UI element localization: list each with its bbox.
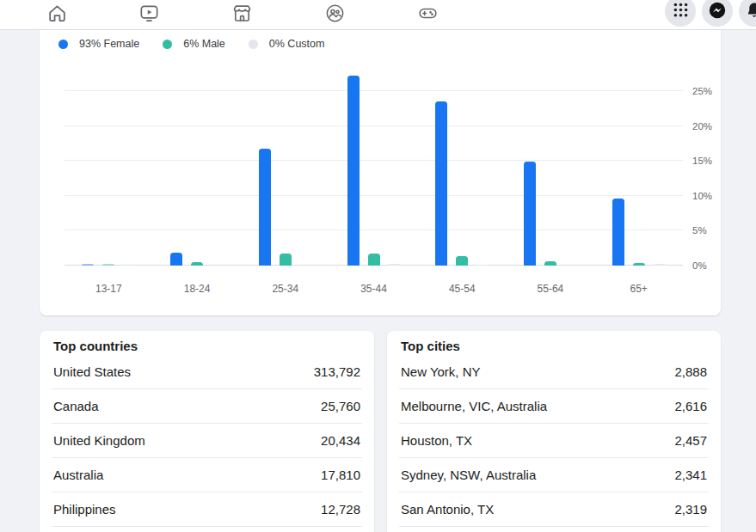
messenger-icon	[708, 1, 727, 22]
row-label: Australia	[53, 468, 103, 482]
table-row: Australia17,810	[52, 458, 362, 492]
x-tick-45-54: 45-54	[418, 283, 507, 295]
table-row: San Antonio, TX2,319	[399, 492, 709, 527]
row-label: Philippines	[53, 502, 116, 517]
top-countries-title: Top countries	[52, 338, 362, 355]
top-cities-title: Top cities	[399, 338, 709, 355]
x-tick-25-34: 25-34	[241, 283, 329, 295]
row-label: Canada	[53, 399, 99, 413]
chart-legend: 93% Female6% Male0% Custom	[58, 38, 324, 50]
bar-group-55-64	[507, 66, 595, 266]
apps-menu-button[interactable]	[665, 0, 696, 27]
top-cities-list: New York, NY2,888Melbourne, VIC, Austral…	[399, 355, 709, 527]
bar-male-45-54	[456, 256, 468, 266]
messenger-button[interactable]	[702, 0, 733, 27]
bar-male-13-17	[102, 264, 114, 266]
row-value: 313,792	[314, 364, 360, 379]
bar-female-55-64	[524, 162, 536, 266]
bell-icon	[745, 1, 756, 22]
table-row: United States313,792	[52, 355, 362, 389]
y-tick-15pct: 15%	[692, 155, 712, 167]
y-tick-0pct: 0%	[692, 260, 707, 272]
legend-label: 93% Female	[79, 38, 139, 50]
row-value: 2,341	[674, 468, 707, 482]
bar-group-13-17	[65, 66, 153, 266]
marketplace-icon	[231, 3, 253, 27]
bar-male-65+	[633, 263, 645, 266]
x-tick-35-44: 35-44	[329, 283, 418, 295]
legend-item-female: 93% Female	[58, 38, 139, 50]
row-label: Melbourne, VIC, Australia	[401, 399, 547, 413]
home-icon	[46, 3, 68, 27]
x-tick-18-24: 18-24	[153, 283, 242, 295]
bar-group-25-34	[241, 66, 329, 266]
bar-female-13-17	[82, 264, 94, 266]
watch-icon	[138, 3, 160, 27]
bar-female-18-24	[170, 253, 182, 266]
row-value: 12,728	[321, 502, 360, 517]
row-value: 25,760	[321, 399, 360, 413]
bar-female-45-54	[435, 101, 447, 266]
table-row: Canada25,760	[52, 389, 362, 424]
x-tick-65+: 65+	[594, 283, 683, 295]
age-gender-bar-chart	[65, 66, 683, 266]
y-tick-20pct: 20%	[692, 120, 712, 132]
bar-female-65+	[612, 199, 624, 266]
bar-female-35-44	[347, 76, 360, 266]
top-countries-list: United States313,792Canada25,760United K…	[52, 355, 362, 527]
legend-label: 0% Custom	[269, 38, 325, 50]
legend-item-custom: 0% Custom	[249, 38, 325, 50]
row-label: Sydney, NSW, Australia	[401, 468, 536, 482]
row-value: 2,457	[674, 433, 707, 448]
row-label: Houston, TX	[401, 433, 472, 448]
groups-icon	[324, 3, 346, 27]
bar-groups	[65, 66, 683, 266]
nav-marketplace-tab[interactable]	[221, 0, 262, 29]
bar-custom-13-17	[123, 265, 135, 266]
legend-dot	[58, 40, 68, 49]
notifications-button[interactable]	[739, 0, 756, 27]
row-value: 17,810	[321, 468, 360, 482]
bar-custom-45-54	[476, 265, 489, 266]
row-label: United States	[53, 364, 131, 379]
table-row: Melbourne, VIC, Australia2,616	[399, 389, 709, 424]
y-tick-5pct: 5%	[692, 224, 707, 236]
bar-female-25-34	[259, 149, 271, 266]
legend-label: 6% Male	[183, 38, 225, 50]
y-tick-10pct: 10%	[692, 190, 712, 202]
bar-custom-35-44	[389, 264, 401, 266]
legend-dot	[163, 40, 172, 49]
audience-insights-page: { "nav": { "tabs": [ { "id": "home", "ic…	[0, 0, 756, 532]
bar-male-25-34	[280, 254, 292, 266]
row-value: 2,319	[674, 502, 707, 517]
legend-item-male: 6% Male	[163, 38, 225, 50]
row-label: San Antonio, TX	[401, 502, 494, 517]
table-row: United Kingdom20,434	[52, 424, 362, 458]
table-row: Philippines12,728	[52, 492, 362, 527]
top-countries-card: Top countries United States313,792Canada…	[40, 331, 374, 532]
nav-actions	[665, 0, 756, 27]
legend-dot	[249, 40, 258, 49]
bar-group-35-44	[329, 66, 418, 266]
bar-group-18-24	[153, 66, 242, 266]
x-tick-55-64: 55-64	[507, 283, 595, 295]
table-row: Sydney, NSW, Australia2,341	[399, 458, 709, 492]
nav-groups-tab[interactable]	[314, 0, 355, 29]
row-label: United Kingdom	[53, 433, 145, 448]
demographics-chart-card: 93% Female6% Male0% Custom 0%5%10%15%20%…	[40, 30, 721, 315]
row-value: 2,616	[674, 399, 707, 413]
table-row: New York, NY2,888	[399, 355, 709, 389]
nav-watch-tab[interactable]	[128, 0, 169, 29]
bar-group-65+	[594, 66, 683, 266]
bar-male-18-24	[191, 262, 203, 266]
row-value: 20,434	[321, 433, 360, 448]
gaming-icon	[417, 3, 439, 27]
nav-home-tab[interactable]	[36, 0, 77, 29]
y-axis-labels: 0%5%10%15%20%25%	[692, 30, 727, 315]
bar-custom-65+	[654, 264, 666, 266]
y-tick-25pct: 25%	[692, 85, 712, 97]
table-row: Houston, TX2,457	[399, 424, 709, 458]
apps-grid-icon	[672, 1, 690, 21]
nav-gaming-tab[interactable]	[407, 0, 448, 29]
top-cities-card: Top cities New York, NY2,888Melbourne, V…	[387, 331, 721, 532]
